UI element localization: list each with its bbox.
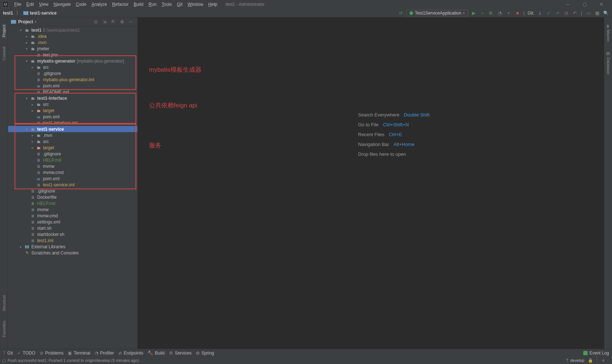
editor-area: Search EverywhereDouble ShiftGo to FileC… <box>138 17 604 349</box>
locate-button[interactable]: ⊙ <box>92 19 99 25</box>
tree-node[interactable]: ▾🖿test1-service <box>8 126 137 132</box>
tree-node[interactable]: ▸🖿target <box>8 107 137 114</box>
tree-node[interactable]: 🗎test1.iml <box>8 237 137 244</box>
bottom-tab-problems[interactable]: ⊘Problems <box>40 351 64 356</box>
expand-all-button[interactable]: ⇲ <box>101 19 108 25</box>
tree-node[interactable]: 🗎mvnw.cmd <box>8 213 137 219</box>
maven-tool-tab[interactable]: mMaven <box>606 23 611 43</box>
dropdown-arrow-icon[interactable]: ▾ <box>35 20 36 24</box>
tree-node[interactable]: 🗎.gitignore <box>8 151 137 157</box>
close-button[interactable]: ✕ <box>593 0 610 9</box>
git-branch-indicator[interactable]: ᛘ develop <box>566 358 584 363</box>
tree-node[interactable]: 🗎README.md <box>8 89 137 95</box>
tree-node[interactable]: ▸▮▮External Libraries <box>8 244 137 250</box>
tree-node[interactable]: 🗎HELP.md <box>8 157 137 163</box>
git-commit-button[interactable]: ✓ <box>545 10 552 16</box>
git-history-button[interactable]: ◷ <box>563 10 569 16</box>
menu-help[interactable]: Help <box>206 1 220 8</box>
project-structure-button[interactable]: ▭ <box>585 10 592 16</box>
bottom-tab-terminal[interactable]: ▣Terminal <box>68 351 90 356</box>
menu-tools[interactable]: Tools <box>159 1 174 8</box>
maximize-button[interactable]: ▢ <box>576 0 593 9</box>
menu-file[interactable]: File <box>12 1 24 8</box>
tree-node[interactable]: 🗎test1-interface.iml <box>8 120 137 126</box>
tree-node[interactable]: ✎Scratches and Consoles <box>8 250 137 256</box>
tree-node[interactable]: ▸🖿.mvn <box>8 39 137 46</box>
commit-tool-tab[interactable]: Commit <box>2 45 6 62</box>
breadcrumb-root[interactable]: test1 <box>3 11 13 16</box>
run-config-selector[interactable]: Test1ServiceApplication ▾ <box>406 10 468 16</box>
bottom-tab-services[interactable]: ⚙Services <box>169 351 192 356</box>
tree-node[interactable]: mpom.xml <box>8 83 137 89</box>
tree-node[interactable]: ▾🖿mybatis-generator [mybatis-plus-genera… <box>8 58 137 64</box>
folder-icon <box>23 11 28 15</box>
status-bar-menu[interactable]: ≡ <box>597 354 610 364</box>
tree-node[interactable]: 🗎.gitignore <box>8 188 137 194</box>
bottom-tab-endpoints[interactable]: ⇄Endpoints <box>118 351 143 356</box>
tree-node[interactable]: 🗎settings.xml <box>8 219 137 225</box>
run-button[interactable]: ▶ <box>470 10 477 16</box>
tree-node[interactable]: ▾🖿test1 E:\workspace\test1 <box>8 27 137 33</box>
tree-node[interactable]: 🗎test.jmx <box>8 52 137 58</box>
git-update-button[interactable]: ⤓ <box>537 10 543 16</box>
tree-node[interactable]: 🗎mvnw.cmd <box>8 169 137 175</box>
tree-node[interactable]: ▸🖿src <box>8 138 137 145</box>
structure-tool-tab[interactable]: Structure <box>2 293 6 313</box>
menu-analyze[interactable]: Analyze <box>89 1 110 8</box>
tree-node[interactable]: 🗎mybatis-plus-generator.iml <box>8 76 137 83</box>
bottom-tab-todo[interactable]: ✓TODO <box>17 351 35 356</box>
tree-node[interactable]: 🗎test1-service.iml <box>8 182 137 188</box>
bottom-tab-profiler[interactable]: ◔Profiler <box>95 351 114 356</box>
tree-node[interactable]: 🗎mvnw <box>8 206 137 213</box>
menu-refactor[interactable]: Refactor <box>110 1 131 8</box>
tree-node[interactable]: ▸🖿src <box>8 101 137 107</box>
profiler-button[interactable]: ◔ <box>497 10 503 16</box>
settings-button[interactable]: ▦ <box>594 10 600 16</box>
breadcrumb-leaf[interactable]: test1-service <box>30 11 56 16</box>
git-push-button[interactable]: ↗ <box>554 10 561 16</box>
tree-node[interactable]: ▾🖿test1-interface <box>8 95 137 101</box>
minimize-button[interactable]: ─ <box>560 0 576 9</box>
tree-node[interactable]: 🗎mvnw <box>8 163 137 169</box>
menu-navigate[interactable]: Navigate <box>51 1 73 8</box>
breadcrumb[interactable]: test1 〉 test1-service <box>3 10 56 16</box>
git-rollback-button[interactable]: ↶ <box>572 10 578 16</box>
tree-node[interactable]: 🗎startdocker.sh <box>8 231 137 237</box>
collapse-all-button[interactable]: ⇱ <box>110 19 117 25</box>
tree-node[interactable]: mpom.xml <box>8 175 137 182</box>
lock-icon[interactable]: 🔒 <box>588 358 593 363</box>
project-tool-tab[interactable]: Project <box>2 23 6 39</box>
pane-title[interactable]: Project <box>18 19 33 24</box>
menu-code[interactable]: Code <box>73 1 89 8</box>
tree-node[interactable]: ▸🖿.idea <box>8 33 137 39</box>
menu-run[interactable]: Run <box>146 1 159 8</box>
bottom-tab-spring[interactable]: ✿Spring <box>196 351 214 356</box>
stop-button[interactable]: ■ <box>514 10 521 16</box>
tree-node[interactable]: 🗎start.sh <box>8 225 137 231</box>
menu-view[interactable]: View <box>36 1 51 8</box>
tree-node[interactable]: 🗎.gitignore <box>8 70 137 76</box>
menu-edit[interactable]: Edit <box>24 1 36 8</box>
tree-node[interactable]: ▾🖿jmeter <box>8 46 137 52</box>
menu-git[interactable]: Git <box>174 1 185 8</box>
debug-button[interactable]: ⌁ <box>479 10 486 16</box>
tree-node[interactable]: mpom.xml <box>8 114 137 120</box>
menu-window[interactable]: Window <box>185 1 206 8</box>
tree-node[interactable]: 🗎Dockerfile <box>8 194 137 200</box>
settings-gear-icon[interactable]: ⚙ <box>118 19 126 25</box>
bottom-tab-git[interactable]: ᛘGit <box>3 351 13 356</box>
menu-build[interactable]: Build <box>131 1 146 8</box>
database-tool-tab[interactable]: ▤Database <box>606 50 611 76</box>
tree-node[interactable]: ▸🖿target <box>8 145 137 151</box>
reload-icon[interactable]: ↺ <box>397 10 404 16</box>
favorites-tool-tab[interactable]: Favorites <box>2 319 6 339</box>
bottom-tab-build[interactable]: 🔨Build <box>148 351 165 356</box>
attach-button[interactable]: ▾ <box>505 10 512 16</box>
hide-button[interactable]: ─ <box>127 19 134 25</box>
tree-node[interactable]: ▸🖿src <box>8 64 137 70</box>
tree-node[interactable]: ▸🖿.mvn <box>8 132 137 138</box>
search-button[interactable]: 🔍 <box>603 10 609 16</box>
tree-node[interactable]: 🗎HELP.md <box>8 200 137 206</box>
coverage-button[interactable]: ⛨ <box>488 10 494 16</box>
project-tree[interactable]: ▾🖿test1 E:\workspace\test1▸🖿.idea▸🖿.mvn▾… <box>8 26 137 349</box>
